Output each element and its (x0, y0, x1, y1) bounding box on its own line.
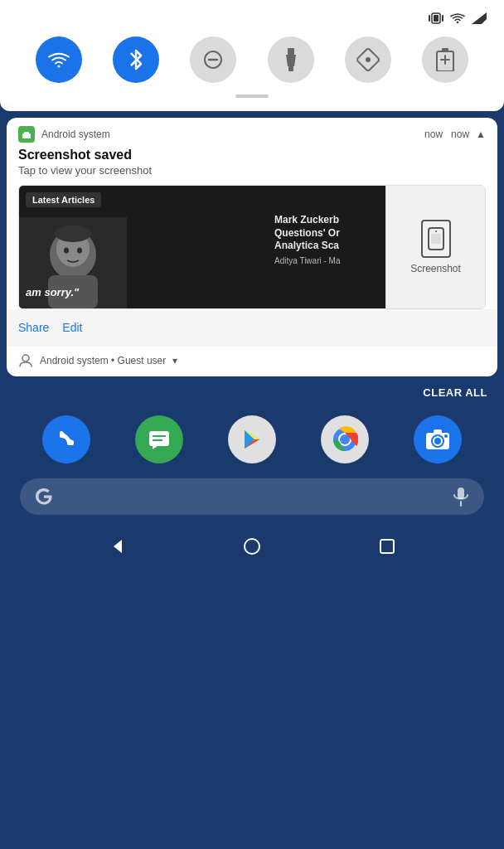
article-thumbnail: am sorry." (19, 217, 127, 308)
screenshot-thumbnail: Screenshot (385, 186, 485, 308)
svg-rect-29 (431, 234, 441, 244)
search-bar[interactable] (20, 478, 484, 515)
notification-subtitle: Tap to view your screenshot (7, 164, 497, 185)
svg-marker-32 (153, 446, 158, 449)
drag-handle (235, 95, 269, 98)
svg-point-25 (64, 248, 69, 254)
signal-icon (471, 10, 487, 27)
svg-point-24 (55, 226, 91, 242)
svg-rect-8 (288, 48, 294, 55)
svg-marker-9 (286, 55, 296, 66)
svg-point-41 (340, 434, 350, 444)
svg-rect-31 (149, 431, 169, 446)
svg-rect-14 (442, 48, 448, 52)
article-quote: am sorry." (26, 286, 79, 298)
screenshot-icon (421, 220, 451, 258)
svg-point-50 (245, 539, 259, 554)
flashlight-toggle[interactable] (268, 36, 314, 83)
user-icon (18, 353, 33, 368)
vibrate-icon (428, 10, 444, 27)
dock-camera-icon[interactable] (414, 415, 462, 463)
battery-saver-toggle[interactable] (422, 36, 468, 83)
navigation-bar (0, 523, 504, 570)
notification-actions: Share Edit (7, 309, 497, 346)
quick-toggles (13, 36, 491, 83)
article-preview: Latest Articles (19, 186, 385, 308)
notification-header: Android system now now ▲ (7, 118, 497, 148)
top-panel (0, 0, 504, 111)
svg-point-44 (434, 438, 441, 444)
rotation-toggle[interactable] (345, 36, 391, 83)
clear-all-button[interactable]: CLEAR ALL (423, 386, 487, 399)
android-system-icon (18, 126, 35, 143)
bluetooth-toggle[interactable] (113, 36, 159, 83)
svg-rect-45 (434, 429, 442, 434)
search-mic-icon[interactable] (453, 487, 469, 507)
notification-footer: Android system • Guest user ▾ (7, 346, 497, 376)
svg-point-26 (77, 248, 82, 254)
notification-card: Android system now now ▲ Screenshot save… (7, 118, 497, 376)
clear-all-row: CLEAR ALL (0, 376, 504, 405)
footer-chevron-icon[interactable]: ▾ (172, 355, 177, 366)
svg-rect-47 (458, 488, 464, 499)
dock-playstore-icon[interactable] (228, 415, 276, 463)
home-button[interactable] (239, 533, 265, 560)
edit-button[interactable]: Edit (62, 318, 82, 337)
dnd-toggle[interactable] (190, 36, 236, 83)
footer-text: Android system • Guest user (40, 355, 166, 366)
wifi-status-icon (449, 10, 466, 27)
share-button[interactable]: Share (18, 318, 49, 337)
article-label: Latest Articles (26, 192, 101, 207)
dock-phone-icon[interactable] (42, 415, 90, 463)
status-bar (13, 10, 491, 27)
recents-button[interactable] (374, 533, 400, 560)
notification-app-label: Android system (41, 129, 418, 140)
google-g-icon (35, 488, 53, 506)
notification-time-value: now (451, 129, 469, 140)
article-author: Aditya Tiwari - Ma (274, 256, 380, 265)
dock-chrome-icon[interactable] (321, 415, 369, 463)
dock-messages-icon[interactable] (135, 415, 183, 463)
svg-point-46 (444, 434, 448, 438)
svg-point-28 (435, 230, 437, 232)
dock-row (0, 409, 504, 470)
notification-title: Screenshot saved (7, 148, 497, 164)
article-title: Mark Zuckerb Questions' Or Analytica Sca (274, 214, 380, 253)
svg-marker-36 (245, 430, 254, 449)
notification-expand-icon[interactable]: ▲ (476, 129, 486, 140)
back-button[interactable] (104, 533, 130, 560)
svg-rect-10 (288, 66, 293, 71)
svg-point-30 (22, 355, 29, 361)
svg-marker-49 (114, 540, 122, 553)
svg-rect-51 (380, 540, 394, 553)
svg-rect-19 (24, 132, 29, 135)
wifi-toggle[interactable] (36, 36, 82, 83)
svg-rect-1 (434, 15, 439, 22)
article-text-block: Mark Zuckerb Questions' Or Analytica Sca… (269, 211, 385, 269)
svg-point-12 (366, 57, 371, 62)
notification-time: now (424, 129, 443, 140)
notification-image-row[interactable]: Latest Articles (18, 185, 486, 309)
screenshot-label: Screenshot (410, 263, 461, 274)
